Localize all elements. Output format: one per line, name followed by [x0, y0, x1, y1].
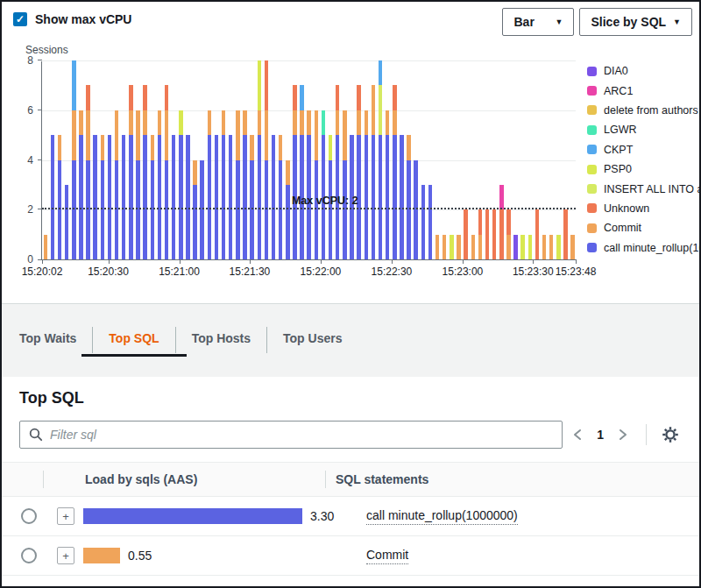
- chart-bar-segment: [108, 135, 112, 259]
- tab-top-waits[interactable]: Top Waits: [19, 331, 92, 357]
- load-column-header: Load by sqls (AAS): [44, 471, 326, 488]
- chart-bar-segment: [300, 110, 304, 135]
- chart-bar-segment: [208, 135, 212, 259]
- y-axis-label: 6: [7, 104, 33, 117]
- x-axis-tick: [576, 259, 577, 264]
- legend-item[interactable]: Unknown: [587, 199, 701, 218]
- max-vcpu-line: [42, 208, 576, 209]
- row-expand-button[interactable]: +: [57, 507, 74, 525]
- chart-bar-segment: [386, 135, 390, 259]
- chart-bar-segment: [122, 135, 126, 259]
- tab-top-hosts[interactable]: Top Hosts: [176, 331, 266, 357]
- previous-page-button[interactable]: [567, 424, 588, 445]
- chart-bar-segment: [478, 209, 483, 234]
- chevron-down-icon: ▼: [673, 18, 681, 26]
- chart-bar-segment: [421, 185, 426, 259]
- chart-bar-segment: [115, 160, 119, 260]
- chart-type-dropdown[interactable]: Bar ▼: [502, 8, 574, 36]
- sql-statement-link[interactable]: call minute_rollup(1000000): [366, 508, 518, 525]
- legend-item[interactable]: Commit: [587, 218, 701, 237]
- top-sql-panel: Top SQL 1: [2, 377, 699, 588]
- settings-button[interactable]: [659, 423, 682, 446]
- chart-bar-segment: [79, 135, 83, 259]
- x-axis-label: 15:23:00: [443, 266, 484, 278]
- chart-bar-segment: [506, 235, 511, 259]
- show-max-vcpu-checkbox[interactable]: ✓ Show max vCPU: [13, 12, 131, 26]
- chart-legend: DIA0ARC1delete from authors wLGWRCKPTPSP…: [587, 61, 701, 258]
- legend-label: Commit: [604, 222, 641, 234]
- selector-column-header: [2, 471, 44, 488]
- row-expand-button[interactable]: +: [57, 547, 74, 564]
- legend-color-chip: [587, 165, 597, 174]
- chart-bar-segment: [151, 135, 155, 159]
- chart-bar-segment: [506, 209, 511, 234]
- legend-color-chip: [587, 223, 597, 233]
- chart-controls-row: ✓ Show max vCPU Bar ▼ Slice by SQL ▼: [13, 8, 692, 36]
- y-axis-tick: [38, 159, 42, 160]
- chart-bar-segment: [86, 160, 90, 260]
- chart-bar-segment: [322, 110, 326, 135]
- next-page-button[interactable]: [612, 424, 634, 445]
- legend-item[interactable]: call minute_rollup(100: [587, 238, 701, 258]
- performance-insights-page: { "colors": { "accent_orange": "#eb5f07"…: [0, 0, 701, 588]
- filter-sql-input[interactable]: [50, 428, 553, 442]
- legend-item[interactable]: ARC1: [587, 81, 701, 100]
- chart-bar-segment: [258, 60, 262, 110]
- checkbox-check-icon[interactable]: ✓: [13, 12, 27, 26]
- filter-box[interactable]: [19, 421, 563, 449]
- gridline: [42, 60, 576, 61]
- chart-bar-segment: [243, 135, 247, 259]
- legend-item[interactable]: INSERT ALL INTO au: [587, 179, 701, 198]
- chart-plot-wrap: 0246815:20:0215:20:3015:21:0015:21:3015:…: [41, 61, 576, 260]
- chart-bar-segment: [570, 235, 575, 259]
- chart-bar-segment: [365, 135, 369, 259]
- y-axis-label: 0: [7, 253, 33, 266]
- pagination-divider: [646, 424, 647, 445]
- legend-item[interactable]: LGWR: [587, 120, 701, 139]
- chevron-left-icon: [572, 429, 583, 441]
- legend-label: PSP0: [604, 163, 632, 175]
- chart-bar-segment: [485, 209, 490, 259]
- legend-item[interactable]: DIA0: [587, 61, 701, 81]
- table-row: +0.55Commit: [2, 536, 699, 576]
- legend-item[interactable]: delete from authors w: [587, 101, 701, 120]
- chart-bar-segment: [51, 135, 55, 259]
- legend-color-chip: [587, 105, 597, 115]
- chart-bar-segment: [136, 160, 140, 260]
- x-axis-label: 15:21:00: [159, 266, 200, 278]
- tab-top-users[interactable]: Top Users: [267, 331, 358, 357]
- load-cell: 0.55: [83, 548, 357, 563]
- load-cell: 3.30: [83, 508, 357, 524]
- table-row: +0.21Unknown: [2, 576, 699, 588]
- chart-bar-segment: [172, 135, 176, 259]
- legend-color-chip: [587, 67, 597, 76]
- sql-column-header: SQL statements: [326, 472, 699, 486]
- x-axis-tick: [392, 259, 393, 264]
- sessions-chart-card: ✓ Show max vCPU Bar ▼ Slice by SQL ▼ Ses…: [2, 2, 699, 304]
- sql-cell: Commit: [357, 547, 699, 564]
- legend-item[interactable]: CKPT: [587, 140, 701, 159]
- sql-statement-link[interactable]: Commit: [366, 548, 408, 564]
- row-radio-button[interactable]: [21, 548, 37, 563]
- gear-icon: [662, 426, 679, 443]
- chart-bar-segment: [151, 160, 155, 260]
- chart-bar-segment: [492, 209, 497, 259]
- chart-bar-segment: [549, 235, 554, 259]
- load-bar: [83, 508, 302, 524]
- load-bar: [83, 548, 120, 563]
- slice-by-dropdown[interactable]: Slice by SQL ▼: [579, 8, 692, 36]
- chevron-down-icon: ▼: [556, 18, 563, 26]
- row-radio-button[interactable]: [21, 508, 37, 524]
- legend-color-chip: [587, 243, 597, 252]
- tabs-band: Top Waits Top SQL Top Hosts Top Users: [2, 304, 699, 377]
- chart-bar-segment: [372, 85, 376, 135]
- chart-bar-segment: [143, 110, 147, 135]
- chart-bar-segment: [236, 160, 240, 260]
- page-number[interactable]: 1: [591, 428, 609, 442]
- tabs-row: Top Waits Top SQL Top Hosts Top Users: [2, 304, 699, 357]
- chart-bar-segment: [193, 185, 197, 259]
- tab-top-sql[interactable]: Top SQL: [93, 331, 174, 357]
- legend-item[interactable]: PSP0: [587, 159, 701, 179]
- chart-bar-segment: [315, 110, 319, 160]
- chart-bar-segment: [563, 209, 568, 259]
